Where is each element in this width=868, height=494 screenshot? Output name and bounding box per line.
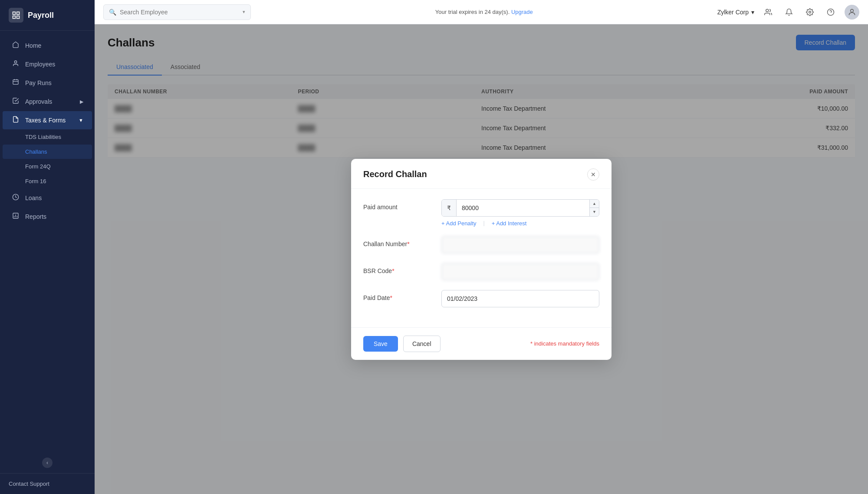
paid-amount-control: ₹ ▲ ▼ + Add Penalty | + Add Interes xyxy=(441,199,599,227)
reports-icon xyxy=(11,212,20,221)
svg-point-8 xyxy=(766,9,769,12)
app-name: Payroll xyxy=(28,11,54,20)
company-selector[interactable]: Zylker Corp ▾ xyxy=(717,9,754,16)
home-icon xyxy=(11,41,20,50)
taxes-forms-icon xyxy=(11,116,20,125)
amount-input-wrapper: ₹ ▲ ▼ xyxy=(441,199,599,217)
app-logo[interactable]: Payroll xyxy=(0,0,95,31)
upgrade-link[interactable]: Upgrade xyxy=(511,9,533,15)
currency-symbol: ₹ xyxy=(442,200,457,216)
user-avatar[interactable] xyxy=(845,5,859,20)
main-content: 🔍 ▾ Your trial expires in 24 day(s). Upg… xyxy=(95,0,868,494)
modal-header: Record Challan ✕ xyxy=(351,159,612,189)
sidebar: Payroll Home Employees Pay Runs Approval… xyxy=(0,0,95,494)
bsr-code-row: BSR Code* xyxy=(363,263,599,280)
challan-required-asterisk: * xyxy=(407,240,409,247)
bsr-code-label: BSR Code* xyxy=(363,263,433,274)
svg-point-9 xyxy=(809,11,811,13)
challans-label: Challans xyxy=(25,148,47,155)
sidebar-subitem-form-16[interactable]: Form 16 xyxy=(3,174,92,188)
paid-amount-label: Paid amount xyxy=(363,199,433,211)
trial-text: Your trial expires in 24 day(s). xyxy=(435,9,510,15)
close-icon: ✕ xyxy=(591,171,596,178)
sidebar-item-approvals-label: Approvals xyxy=(25,98,52,105)
company-name-text: Zylker Corp xyxy=(717,9,749,16)
paid-date-control xyxy=(441,290,599,307)
approvals-icon xyxy=(11,97,20,106)
save-button[interactable]: Save xyxy=(363,336,398,352)
users-icon[interactable] xyxy=(761,5,775,19)
sidebar-item-loans[interactable]: Loans xyxy=(3,189,92,207)
sidebar-item-home[interactable]: Home xyxy=(3,36,92,55)
mandatory-text: indicates mandatory fields xyxy=(533,340,599,347)
modal-title: Record Challan xyxy=(363,169,427,179)
contact-support-link[interactable]: Contact Support xyxy=(9,481,86,487)
modal-close-button[interactable]: ✕ xyxy=(587,168,599,181)
svg-point-12 xyxy=(851,9,854,12)
svg-rect-0 xyxy=(13,12,16,15)
svg-rect-2 xyxy=(17,16,20,19)
svg-point-4 xyxy=(14,61,16,63)
notifications-icon[interactable] xyxy=(782,5,796,19)
paid-amount-row: Paid amount ₹ ▲ ▼ + Add xyxy=(363,199,599,227)
sidebar-item-pay-runs[interactable]: Pay Runs xyxy=(3,74,92,92)
add-interest-link[interactable]: + Add Interest xyxy=(492,220,527,227)
paid-amount-input[interactable] xyxy=(457,200,589,216)
modal-footer: Save Cancel * indicates mandatory fields xyxy=(351,327,612,360)
search-input[interactable] xyxy=(120,9,239,16)
tds-liabilities-label: TDS Liabilities xyxy=(25,134,61,140)
add-links: + Add Penalty | + Add Interest xyxy=(441,220,599,227)
sidebar-subitem-challans[interactable]: Challans xyxy=(3,145,92,159)
search-icon: 🔍 xyxy=(109,9,116,16)
sidebar-collapse-button[interactable]: ‹ xyxy=(42,458,53,468)
amount-spin-down[interactable]: ▼ xyxy=(590,208,599,216)
modal-body: Paid amount ₹ ▲ ▼ + Add xyxy=(351,189,612,327)
page-content: Challans Record Challan Unassociated Ass… xyxy=(95,24,868,494)
sidebar-subitem-tds-liabilities[interactable]: TDS Liabilities xyxy=(3,130,92,144)
svg-rect-5 xyxy=(13,80,18,85)
search-dropdown-icon[interactable]: ▾ xyxy=(243,9,245,15)
sidebar-item-reports[interactable]: Reports xyxy=(3,207,92,226)
paid-date-label: Paid Date* xyxy=(363,290,433,301)
paid-date-row: Paid Date* xyxy=(363,290,599,307)
sidebar-item-approvals[interactable]: Approvals ▶ xyxy=(3,92,92,111)
topbar-right: Zylker Corp ▾ xyxy=(717,5,859,20)
add-penalty-link[interactable]: + Add Penalty xyxy=(441,220,477,227)
date-required-asterisk: * xyxy=(390,294,392,301)
taxes-forms-arrow-icon: ▼ xyxy=(79,118,83,123)
collapse-icon: ‹ xyxy=(46,460,48,466)
svg-rect-3 xyxy=(13,16,16,19)
sidebar-item-employees-label: Employees xyxy=(25,61,55,68)
sidebar-item-taxes-forms[interactable]: Taxes & Forms ▼ xyxy=(3,111,92,129)
approvals-arrow-icon: ▶ xyxy=(80,99,83,105)
sidebar-subitem-form-24q[interactable]: Form 24Q xyxy=(3,159,92,174)
employees-icon xyxy=(11,60,20,69)
sidebar-item-pay-runs-label: Pay Runs xyxy=(25,79,52,86)
record-challan-modal: Record Challan ✕ Paid amount ₹ xyxy=(351,159,612,360)
sidebar-item-reports-label: Reports xyxy=(25,213,46,220)
cancel-button[interactable]: Cancel xyxy=(403,336,441,352)
loans-icon xyxy=(11,194,20,202)
paid-date-input[interactable] xyxy=(441,290,599,307)
sidebar-item-employees[interactable]: Employees xyxy=(3,55,92,73)
form-16-label: Form 16 xyxy=(25,178,46,184)
sidebar-nav: Home Employees Pay Runs Approvals ▶ Ta xyxy=(0,31,95,473)
modal-overlay: Record Challan ✕ Paid amount ₹ xyxy=(95,24,868,494)
challan-number-label: Challan Number* xyxy=(363,236,433,247)
bsr-code-input[interactable] xyxy=(441,263,599,280)
mandatory-note: * indicates mandatory fields xyxy=(530,340,599,347)
help-icon[interactable] xyxy=(824,5,838,19)
pay-runs-icon xyxy=(11,79,20,87)
company-chevron-icon: ▾ xyxy=(751,9,754,16)
sidebar-item-loans-label: Loans xyxy=(25,194,42,201)
sidebar-item-home-label: Home xyxy=(25,42,41,49)
settings-icon[interactable] xyxy=(803,5,817,19)
challan-number-control xyxy=(441,236,599,254)
topbar: 🔍 ▾ Your trial expires in 24 day(s). Upg… xyxy=(95,0,868,24)
amount-spin-up[interactable]: ▲ xyxy=(590,200,599,208)
challan-number-input[interactable] xyxy=(441,236,599,254)
search-bar[interactable]: 🔍 ▾ xyxy=(103,4,251,20)
form-24q-label: Form 24Q xyxy=(25,163,51,170)
bsr-code-control xyxy=(441,263,599,280)
amount-spinners: ▲ ▼ xyxy=(589,200,599,216)
